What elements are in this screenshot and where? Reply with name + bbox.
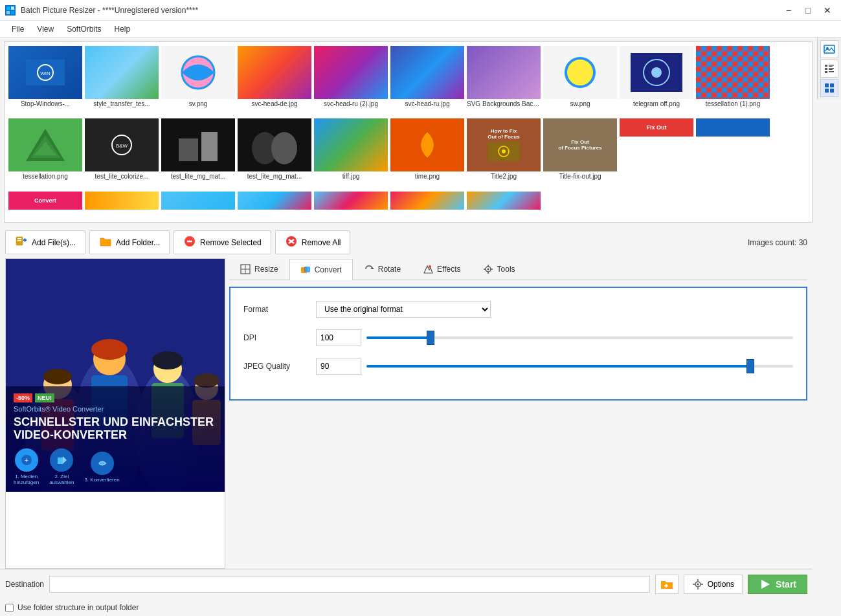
- options-button[interactable]: Options: [684, 575, 743, 594]
- tab-convert[interactable]: Convert: [289, 259, 353, 280]
- maximize-button[interactable]: □: [800, 4, 816, 17]
- tab-tools-label: Tools: [497, 265, 515, 274]
- format-select[interactable]: Use the original formatJPEGPNGBMPTIFFGIF…: [316, 301, 491, 318]
- menu-file[interactable]: File: [5, 22, 30, 36]
- thumb-item[interactable]: tiff.jpg: [313, 117, 389, 190]
- minimize-button[interactable]: −: [780, 4, 797, 17]
- thumb-item[interactable]: sv.png: [160, 45, 236, 117]
- thumb-item[interactable]: [84, 190, 160, 219]
- svg-point-44: [271, 132, 297, 164]
- thumb-item[interactable]: [160, 190, 236, 219]
- menu-view[interactable]: View: [30, 22, 60, 36]
- add-files-button[interactable]: Add File(s)...: [5, 230, 85, 254]
- thumb-item[interactable]: svc-head-ru (2).jpg: [313, 45, 389, 117]
- dpi-slider-track[interactable]: [366, 336, 793, 339]
- thumb-item[interactable]: svc-head-de.jpg: [236, 45, 313, 117]
- thumb-item[interactable]: B&W test_lite_colorize...: [84, 117, 160, 190]
- thumb-label: svc-head-ru (2).jpg: [314, 100, 388, 107]
- preview-image: -50% NEU! SoftOrbits® Video Converter SC…: [6, 259, 225, 492]
- thumb-label: Title2.jpg: [467, 173, 541, 180]
- svg-rect-12: [829, 69, 833, 70]
- thumb-item[interactable]: telegram off.png: [618, 45, 695, 117]
- thumb-item[interactable]: Fix Outof Focus Pictures Title-fix-out.j…: [542, 117, 618, 190]
- tab-rotate[interactable]: Rotate: [353, 258, 412, 280]
- thumb-label: tessellation (1).png: [696, 100, 770, 107]
- menu-softorbits[interactable]: SoftOrbits: [60, 22, 107, 36]
- jpeg-quality-input[interactable]: [316, 358, 361, 375]
- start-button[interactable]: Start: [748, 575, 807, 594]
- sidebar-photo-icon[interactable]: [820, 40, 838, 58]
- svg-rect-14: [829, 71, 834, 72]
- dpi-input[interactable]: [316, 329, 361, 346]
- svg-rect-4: [11, 11, 14, 14]
- close-button[interactable]: ✕: [819, 4, 836, 17]
- thumb-item[interactable]: How to FixOut of Focus Title2.jpg: [465, 117, 542, 190]
- tab-resize[interactable]: Resize: [229, 258, 289, 280]
- thumb-item[interactable]: Fix Out: [618, 117, 695, 190]
- folder-structure-checkbox-label[interactable]: Use folder structure in output folder: [5, 603, 139, 612]
- add-folder-icon: [99, 235, 112, 250]
- thumb-item[interactable]: [465, 190, 542, 219]
- dpi-control: [316, 329, 793, 346]
- jpeg-slider-track[interactable]: [366, 365, 793, 368]
- svg-rect-17: [825, 89, 829, 93]
- toolbar: Add File(s)... Add Folder... Remove Sele…: [0, 226, 813, 258]
- thumb-item[interactable]: SVG Backgrounds Background coll...: [465, 45, 542, 117]
- tab-rotate-label: Rotate: [378, 265, 401, 274]
- remove-selected-label: Remove Selected: [200, 238, 262, 247]
- tab-effects[interactable]: Effects: [412, 258, 471, 280]
- thumb-label: test_lite_colorize...: [85, 173, 159, 180]
- remove-selected-button[interactable]: Remove Selected: [174, 230, 271, 254]
- thumb-label: svc-head-de.jpg: [238, 100, 311, 107]
- destination-browse-button[interactable]: [655, 575, 678, 594]
- jpeg-quality-control: [316, 358, 793, 375]
- sidebar-list-icon[interactable]: [820, 60, 838, 78]
- destination-input[interactable]: [49, 576, 650, 593]
- svg-point-66: [43, 369, 72, 384]
- svg-point-68: [152, 351, 183, 369]
- remove-all-button[interactable]: Remove All: [275, 230, 351, 254]
- tab-resize-label: Resize: [254, 265, 278, 274]
- sidebar-grid-icon[interactable]: [820, 79, 838, 97]
- remove-all-label: Remove All: [302, 238, 341, 247]
- thumb-item[interactable]: time.png: [389, 117, 465, 190]
- thumb-item[interactable]: sw.png: [542, 45, 618, 117]
- add-folder-button[interactable]: Add Folder...: [89, 230, 170, 254]
- menu-help[interactable]: Help: [108, 22, 137, 36]
- svg-point-95: [697, 584, 699, 586]
- svg-rect-40: [179, 138, 198, 161]
- svg-rect-5: [824, 45, 835, 53]
- format-control: Use the original formatJPEGPNGBMPTIFFGIF…: [316, 301, 793, 318]
- start-label: Start: [776, 579, 796, 589]
- ad-badges: -50% NEU!: [14, 393, 54, 402]
- thumb-item[interactable]: test_lite_mg_mat...: [236, 117, 313, 190]
- thumb-item[interactable]: [236, 190, 313, 219]
- tab-tools[interactable]: Tools: [472, 258, 526, 280]
- ad-brand: SoftOrbits® Video Converter: [14, 405, 217, 413]
- thumb-label: test_lite_mg_mat...: [161, 173, 235, 180]
- thumb-label: svc-head-ru.jpg: [390, 100, 464, 107]
- svg-point-67: [91, 339, 128, 360]
- dpi-label: DPI: [243, 333, 308, 342]
- thumb-item[interactable]: tessellation (1).png: [695, 45, 771, 117]
- thumb-item[interactable]: test_lite_mg_mat...: [160, 117, 236, 190]
- add-folder-label: Add Folder...: [116, 238, 160, 247]
- svg-rect-76: [58, 457, 63, 464]
- thumb-item[interactable]: [695, 117, 771, 190]
- title-bar-controls: − □ ✕: [780, 4, 836, 17]
- folder-structure-checkbox[interactable]: [5, 604, 14, 612]
- thumb-item[interactable]: style_transfer_tes...: [84, 45, 160, 117]
- thumb-item[interactable]: WIN Stop-Windows-...: [7, 45, 84, 117]
- thumb-item[interactable]: svc-head-ru.jpg: [389, 45, 465, 117]
- svg-rect-32: [696, 46, 770, 99]
- svg-rect-18: [830, 89, 834, 93]
- add-files-label: Add File(s)...: [32, 238, 76, 247]
- work-area: -50% NEU! SoftOrbits® Video Converter SC…: [0, 258, 813, 569]
- thumb-item[interactable]: [313, 190, 389, 219]
- thumb-item[interactable]: [389, 190, 465, 219]
- thumb-item[interactable]: Convert: [7, 190, 84, 219]
- convert-panel: Resize Convert Rotate Effects Tools: [229, 258, 807, 569]
- thumb-item[interactable]: tessellation.png: [7, 117, 84, 190]
- window-title: Batch Picture Resizer - ****Unregistered…: [21, 6, 198, 15]
- thumb-label: telegram off.png: [620, 100, 693, 107]
